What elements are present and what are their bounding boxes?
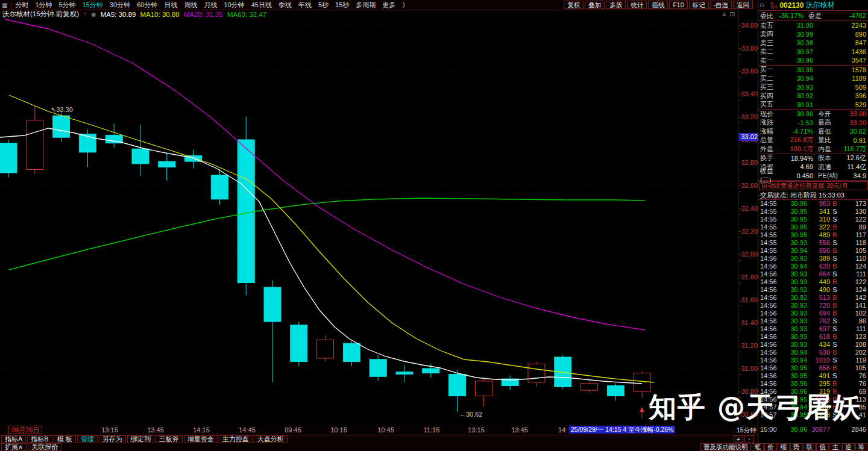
indicator-tab-指标A[interactable]: 指标A <box>1 435 26 443</box>
bottom-button-扩展∧[interactable]: 扩展∧ <box>1 443 27 451</box>
time-axis-label: 13:15 <box>468 426 485 434</box>
indicator-tab-三板斧[interactable]: 三板斧 <box>156 435 183 443</box>
panel-tab-细[interactable]: 细 <box>778 443 790 451</box>
period-tab-30分钟[interactable]: 30分钟 <box>110 1 130 10</box>
price-axis-label: 31.60 <box>740 296 758 303</box>
window-icon[interactable]: ▦ <box>2 2 11 8</box>
period-tab-5秒[interactable]: 5秒 <box>318 1 329 10</box>
time-axis-label: 10:45 <box>377 426 394 434</box>
price-axis-label: 32.40 <box>740 205 758 212</box>
period-tab-季线[interactable]: 季线 <box>278 1 292 10</box>
ma20-value: MA20: 31.35 <box>184 11 223 18</box>
bid-row[interactable]: 买二30.941189 <box>758 74 868 83</box>
trade-row: 14:5630.93694B102 <box>758 309 868 317</box>
zoom-in-button[interactable]: + <box>734 435 743 443</box>
indicator-tab-另存为[interactable]: 另存为 <box>99 435 126 443</box>
ask-row[interactable]: 卖五31.002243 <box>758 21 868 30</box>
price-axis-label: 32.20 <box>740 228 758 235</box>
period-tab-1分钟[interactable]: 1分钟 <box>35 1 52 10</box>
bid-row[interactable]: 买三30.93509 <box>758 83 868 92</box>
candle <box>343 343 360 361</box>
panel-tab-势[interactable]: 势 <box>790 443 803 451</box>
axis-minor-tick <box>739 306 741 306</box>
toolbar-button-多股[interactable]: 多股 <box>606 1 626 9</box>
price-axis-label: 33.20 <box>740 113 758 120</box>
time-axis-label: 14:15 <box>193 426 210 434</box>
axis-minor-tick <box>739 283 741 284</box>
toolbar-button-标记[interactable]: 标记 <box>689 1 709 9</box>
period-tab-周线[interactable]: 周线 <box>184 1 197 10</box>
time-axis: 09月26日 13:1513:4514:1514:4509:4510:1510:… <box>0 425 758 435</box>
indicator-tab-模 板[interactable]: 模 板 <box>54 435 76 443</box>
indicator-tab-主力控盘[interactable]: 主力控盘 <box>219 435 253 443</box>
time-label-clipped: 14: <box>558 426 567 434</box>
toolbar-button-统计[interactable]: 统计 <box>627 1 647 9</box>
ma-line-MA5 <box>0 128 642 384</box>
price-axis-label: 33.60 <box>740 67 758 75</box>
price-axis-label: 33.80 <box>740 45 758 52</box>
collapse-icon[interactable]: ⊡ <box>760 2 764 8</box>
toolbar-button-返回[interactable]: 返回 <box>733 1 753 9</box>
period-tab-15秒[interactable]: 15秒 <box>335 1 349 10</box>
period-tab-日线[interactable]: 日线 <box>164 1 177 10</box>
period-tab-更多[interactable]: 更多 <box>382 1 395 10</box>
ma-line-MA60 <box>9 198 645 270</box>
indicator-tab-大盘分析[interactable]: 大盘分析 <box>254 435 288 443</box>
ask-row[interactable]: 卖二30.971436 <box>758 48 868 57</box>
toolbar-button-画线[interactable]: 画线 <box>648 1 668 9</box>
trade-row: 14:5530.95322B89 <box>758 223 868 231</box>
period-tab-》[interactable]: 》 <box>402 1 409 10</box>
period-tab-60分钟[interactable]: 60分钟 <box>137 1 157 10</box>
stock-info: 现价30.96今开33.00涨跌-1.53最高33.20涨幅-4.71%最低30… <box>758 110 868 181</box>
period-tab-月线[interactable]: 月线 <box>204 1 217 10</box>
panel-tab-价[interactable]: 价 <box>764 443 777 451</box>
panel-tab-筹[interactable]: 筹 <box>855 443 868 451</box>
expand-icon[interactable]: ⊡ <box>730 11 735 17</box>
subscription-banner[interactable]: 自动续费通达信普及版 30元/月 <box>759 181 867 190</box>
bottom-button-关联报价[interactable]: 关联报价 <box>28 443 61 451</box>
feature-help-button[interactable]: 普及版功能说明 <box>700 443 751 451</box>
toolbar-button-复权[interactable]: 复权 <box>564 1 583 9</box>
period-tab-多周期[interactable]: 多周期 <box>356 1 376 10</box>
bottom-bar: 扩展∧关联报价 普及版功能说明 笔价细势联值主逆筹 <box>0 443 868 451</box>
price-axis-label: 32.80 <box>740 159 758 166</box>
axis-tick <box>739 254 741 255</box>
trade-row: 14:5530.95489B117 <box>758 231 868 239</box>
ask-row[interactable]: 卖四30.99890 <box>758 30 868 39</box>
axis-minor-tick <box>739 169 741 169</box>
indicator-tab-绑定到[interactable]: 绑定到 <box>127 435 154 443</box>
panel-tab-逆[interactable]: 逆 <box>842 443 855 451</box>
toolbar-button-叠加[interactable]: 叠加 <box>585 1 605 9</box>
candle <box>396 372 413 375</box>
menu-icon[interactable]: ≡ <box>723 11 726 17</box>
trade-row: 14:5630.93449B122 <box>758 278 868 286</box>
ask-row[interactable]: 卖三30.98847 <box>758 39 868 48</box>
period-tab-年线[interactable]: 年线 <box>298 1 312 10</box>
bid-book: 买一30.951578买二30.941189买三30.93509买四30.923… <box>758 66 868 110</box>
indicator-tab-增量资金[interactable]: 增量资金 <box>184 435 218 443</box>
bid-row[interactable]: 买四30.92396 <box>758 92 868 101</box>
trade-row: 14:5630.93697S111 <box>758 325 868 333</box>
period-tab-10分钟[interactable]: 10分钟 <box>224 1 244 10</box>
bid-row[interactable]: 买一30.951578 <box>758 66 868 75</box>
panel-tab-值[interactable]: 值 <box>816 443 829 451</box>
indicator-tab-管理[interactable]: 管理 <box>77 435 98 443</box>
panel-tab-笔[interactable]: 笔 <box>752 443 764 451</box>
indicator-tab-指标B[interactable]: 指标B <box>27 435 52 443</box>
period-tab-5分钟[interactable]: 5分钟 <box>59 1 76 10</box>
ask-row[interactable]: 卖一30.963547 <box>758 56 868 65</box>
bid-row[interactable]: 买五30.91529 <box>758 101 868 110</box>
period-tab-45日线[interactable]: 45日线 <box>251 1 272 10</box>
weibi-row: 委比 -36.17% 委差 -4762 <box>758 11 868 21</box>
zoom-out-button[interactable]: - <box>744 435 754 443</box>
candlestick-chart[interactable]: ↖33.30←30.62 <box>0 10 738 425</box>
panel-tab-主[interactable]: 主 <box>829 443 842 451</box>
quote-panel: ⊡ R500 002130 沃尔核材 委比 -36.17% 委差 -4762 卖… <box>758 0 868 443</box>
toolbar-button--自选[interactable]: -自选 <box>710 1 732 9</box>
toolbar-button-F10[interactable]: F10 <box>669 1 687 9</box>
period-tab-分时[interactable]: 分时 <box>15 1 28 10</box>
info-row: 涨幅-4.71%最低30.62 <box>758 127 868 136</box>
price-axis: 34.0033.8033.6033.4033.2033.0032.8032.60… <box>738 10 758 425</box>
panel-tab-联[interactable]: 联 <box>804 443 816 451</box>
period-tab-15分钟[interactable]: 15分钟 <box>83 1 103 10</box>
